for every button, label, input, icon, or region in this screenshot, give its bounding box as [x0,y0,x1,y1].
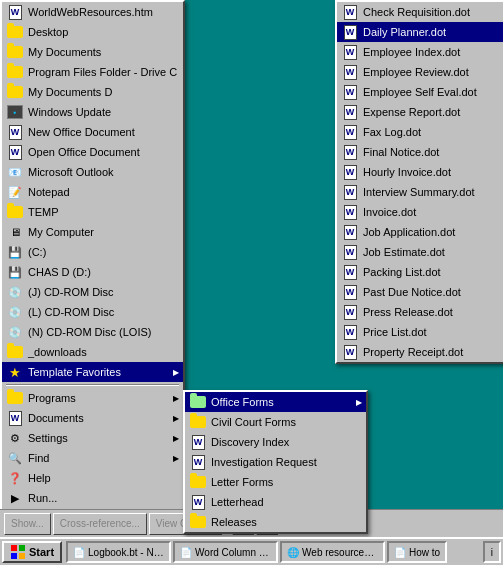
menu-item-mycomputer[interactable]: 🖥 My Computer [2,222,183,242]
svg-rect-0 [11,545,17,551]
menu-item-desktop[interactable]: Desktop [2,22,183,42]
menu-item-cdrom-j[interactable]: 💿 (J) CD-ROM Disc [2,282,183,302]
menu-item-outlook[interactable]: 📧 Microsoft Outlook [2,162,183,182]
svg-rect-2 [11,553,17,559]
doc-icon [341,44,359,60]
menu-item-drive-c[interactable]: 💾 (C:) [2,242,183,262]
right-item-final-notice[interactable]: Final Notice.dot [337,142,503,162]
main-menu: WorldWebResources.htm Desktop My Documen… [0,0,185,556]
right-item-interview-summary[interactable]: Interview Summary.dot [337,182,503,202]
right-item-emp-review[interactable]: Employee Review.dot [337,62,503,82]
taskbar-item-howto[interactable]: 📄 How to [387,541,447,563]
start-label: Start [29,546,54,558]
right-item-invoice[interactable]: Invoice.dot [337,202,503,222]
right-item-job-app[interactable]: Job Application.dot [337,222,503,242]
menu-item-cdrom-l[interactable]: 💿 (L) CD-ROM Disc [2,302,183,322]
menu-item-programs[interactable]: Programs ▶ [2,388,183,408]
doc-icon [341,164,359,180]
clock-display: i [491,547,493,558]
menu-item-documents[interactable]: Documents ▶ [2,408,183,428]
doc-icon [341,84,359,100]
crossref-button[interactable]: Cross-reference... [53,513,147,535]
menu-item-settings[interactable]: ⚙ Settings ▶ [2,428,183,448]
menu-item-newoffice[interactable]: New Office Document [2,122,183,142]
menu-item-mydocs[interactable]: My Documents [2,42,183,62]
right-item-hourly-invoice[interactable]: Hourly Invoice.dot [337,162,503,182]
sub-menu-releases[interactable]: Releases [185,512,366,532]
right-item-past-due[interactable]: Past Due Notice.dot [337,282,503,302]
right-item-press-release[interactable]: Press Release.dot [337,302,503,322]
system-tray: i [483,541,501,563]
doc-icon [341,144,359,160]
menu-item-drive-d[interactable]: 💾 CHAS D (D:) [2,262,183,282]
right-item-property-receipt[interactable]: Property Receipt.dot [337,342,503,362]
right-item-emp-index[interactable]: Employee Index.dot [337,42,503,62]
right-item-daily-planner[interactable]: Daily Planner.dot [337,22,503,42]
arrow-icon: ▶ [173,434,179,443]
menu-item-temp[interactable]: TEMP [2,202,183,222]
folder-icon [6,84,24,100]
right-item-fax-log[interactable]: Fax Log.dot [337,122,503,142]
right-menu-dot-files: Check Requisition.dot Daily Planner.dot … [335,0,503,364]
folder-icon [189,514,207,530]
folder-icon [189,474,207,490]
taskbar-item-icon: 🌐 [287,547,299,558]
right-item-emp-self-eval[interactable]: Employee Self Eval.dot [337,82,503,102]
doc-icon [341,124,359,140]
sub-menu-letter-forms[interactable]: Letter Forms [185,472,366,492]
sub-menu-investigation[interactable]: Investigation Request [185,452,366,472]
sub-menu-header[interactable]: Office Forms ▶ [185,392,366,412]
cd-icon: 💿 [6,284,24,300]
start-button[interactable]: Start [2,541,62,563]
menu-item-find[interactable]: 🔍 Find ▶ [2,448,183,468]
taskbar-item-logbook[interactable]: 📄 Logbook.bt - Note... [66,541,171,563]
menu-item-downloads[interactable]: _downloads [2,342,183,362]
menu-item-worldweb[interactable]: WorldWebResources.htm [2,2,183,22]
menu-item-template-favorites[interactable]: ★ Template Favorites ▶ [2,362,183,382]
menu-item-cdrom-n[interactable]: 💿 (N) CD-ROM Disc (LOIS) [2,322,183,342]
menu-item-help[interactable]: ❓ Help [2,468,183,488]
taskbar-item-label: Web resources for ... [302,547,378,558]
right-item-packing-list[interactable]: Packing List.dot [337,262,503,282]
right-item-check-req[interactable]: Check Requisition.dot [337,2,503,22]
sub-menu-civil-court[interactable]: Civil Court Forms [185,412,366,432]
sub-menu-discovery[interactable]: Discovery Index [185,432,366,452]
folder-icon [6,44,24,60]
taskbar-items: 📄 Logbook.bt - Note... 📄 Word Column - M… [66,541,483,563]
taskbar-item-label: Logbook.bt - Note... [88,547,164,558]
doc-icon [6,4,24,20]
taskbar-item-label: Word Column - Micr... [195,547,271,558]
doc-icon [341,64,359,80]
folder-icon [6,204,24,220]
arrow-icon: ▶ [356,398,362,407]
arrow-icon: ▶ [173,454,179,463]
sub-menu-letterhead[interactable]: Letterhead [185,492,366,512]
folder-icon [189,414,207,430]
doc-icon [341,264,359,280]
taskbar-item-icon: 📄 [394,547,406,558]
right-item-expense-report[interactable]: Expense Report.dot [337,102,503,122]
show-button[interactable]: Show... [4,513,51,535]
doc-icon [189,434,207,450]
doc-icon [189,454,207,470]
taskbar-item-web[interactable]: 🌐 Web resources for ... [280,541,385,563]
doc-icon [341,204,359,220]
doc-icon [341,344,359,360]
menu-container: WorldWebResources.htm Desktop My Documen… [0,0,503,565]
menu-item-run[interactable]: ▶ Run... [2,488,183,508]
arrow-icon: ▶ [173,394,179,403]
doc-icon [6,124,24,140]
menu-item-notepad[interactable]: 📝 Notepad [2,182,183,202]
right-item-price-list[interactable]: Price List.dot [337,322,503,342]
taskbar-item-word[interactable]: 📄 Word Column - Micr... [173,541,278,563]
windows-icon [10,544,26,560]
sub-menu-office-forms: Office Forms ▶ Civil Court Forms Discove… [183,390,368,534]
menu-item-winupdate[interactable]: Windows Update [2,102,183,122]
taskbar: Start 📄 Logbook.bt - Note... 📄 Word Colu… [0,537,503,565]
menu-item-programfiles[interactable]: Program Files Folder - Drive C [2,62,183,82]
right-item-job-estimate[interactable]: Job Estimate.dot [337,242,503,262]
cd-icon: 💿 [6,324,24,340]
run-icon: ▶ [6,490,24,506]
menu-item-mydocsd[interactable]: My Documents D [2,82,183,102]
menu-item-openoffice[interactable]: Open Office Document [2,142,183,162]
